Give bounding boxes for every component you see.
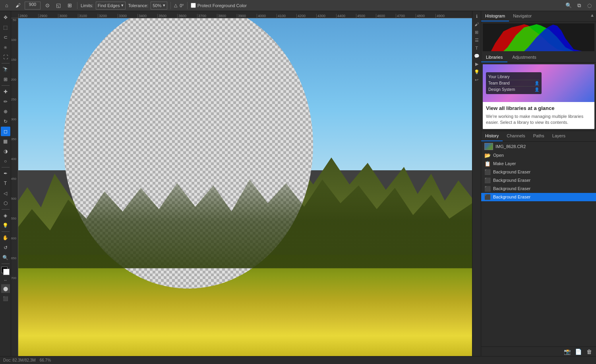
ruler-left: 50 100 150 200 250 300 350 400 450 500 5… <box>11 18 18 356</box>
tool-eraser[interactable]: ◻ <box>1 127 10 136</box>
history-item-eraser-4[interactable]: ⬛ Background Eraser <box>481 193 596 201</box>
tool-text[interactable]: T <box>1 179 10 188</box>
tool-move[interactable]: ✥ <box>1 13 10 22</box>
tool-zoom[interactable]: 🔍 <box>1 253 10 262</box>
eraser-icon-2: ⬛ <box>484 177 491 183</box>
tab-histogram[interactable]: Histogram <box>481 11 509 21</box>
tool-brush[interactable]: ✏ <box>1 97 10 106</box>
airbrush-icon[interactable]: ⊞ <box>65 1 74 10</box>
info-icon[interactable]: ℹ <box>473 13 480 20</box>
sep1 <box>77 2 77 9</box>
history-item-eraser-2[interactable]: ⬛ Background Eraser <box>481 176 596 185</box>
tool-3d[interactable]: ◈ <box>1 211 10 220</box>
ruler-mark: 3800 <box>217 14 237 18</box>
search-icon[interactable]: 🔍 <box>564 1 573 10</box>
tab-libraries[interactable]: Libraries <box>481 53 507 62</box>
screen-mode-btn[interactable]: ⬛ <box>1 294 10 303</box>
tool-quick-select[interactable]: ⍟ <box>1 42 10 52</box>
ruler-mark: 4800 <box>416 14 435 18</box>
tool-lasso[interactable]: ⊂ <box>1 33 10 42</box>
tool-crop[interactable]: ⛶ <box>1 52 10 62</box>
protect-fg-row: Protect Foreground Color <box>191 3 247 8</box>
tool-marquee[interactable]: ⬚ <box>1 23 10 32</box>
text-right-icon[interactable]: T <box>473 44 480 52</box>
tool-gradient[interactable]: ▦ <box>1 137 10 146</box>
libraries-promo: Your Library Team Brand 👤 Design System … <box>483 64 594 129</box>
histogram-chart <box>483 23 594 51</box>
tab-paths[interactable]: Paths <box>529 131 548 141</box>
tab-adjustments[interactable]: Adjustments <box>507 53 541 62</box>
lightbulb-icon[interactable]: 💡 <box>473 68 480 75</box>
tool-heal[interactable]: ✚ <box>1 87 10 96</box>
history-item-file[interactable]: IMG_8628.CR2 <box>481 142 596 151</box>
libraries-tabs-bar: Libraries Adjustments <box>481 53 596 63</box>
brush-tool-icon[interactable]: 🖌 <box>14 1 22 10</box>
tool-hand[interactable]: ✋ <box>1 233 10 243</box>
tool-ruler[interactable]: ⊞ <box>1 75 10 84</box>
history-item-open[interactable]: 📂 Open <box>481 151 596 160</box>
limits-dropdown[interactable]: Find Edges ▾ <box>96 2 126 10</box>
connect-icon[interactable]: ◌ <box>585 1 594 10</box>
sep-tools-2 <box>2 85 10 86</box>
new-snapshot-icon[interactable]: 📸 <box>563 347 571 356</box>
brush-settings-icon[interactable]: ⊙ <box>43 1 52 10</box>
tool-history-brush[interactable]: ↻ <box>1 117 10 126</box>
grid-icon[interactable]: ⊞ <box>473 29 480 36</box>
status-bar: Doc: 82.3M/82.3M 66.7% <box>0 356 596 364</box>
histogram-section <box>481 22 596 53</box>
tolerance-label: Tolerance: <box>128 3 148 8</box>
left-tools-panel: ✥ ⬚ ⊂ ⍟ ⛶ 🔭 ⊞ ✚ ✏ ⊕ ↻ ◻ ▦ ◑ ○ ✒ T ◁ ⬡ ◈ … <box>0 11 11 356</box>
make-layer-icon: 📋 <box>484 161 491 167</box>
tool-rotate[interactable]: ↺ <box>1 243 10 252</box>
tolerance-dropdown[interactable]: 50% ▾ <box>151 2 167 10</box>
promo-title: View all libraries at a glance <box>486 105 591 111</box>
open-icon: 📂 <box>484 152 491 158</box>
tool-clone[interactable]: ⊕ <box>1 107 10 116</box>
background-swatch[interactable] <box>3 269 10 275</box>
tab-channels[interactable]: Channels <box>503 131 529 141</box>
tool-dodge[interactable]: ○ <box>1 156 10 166</box>
promo-library-ui: Your Library Team Brand 👤 Design System … <box>486 72 542 94</box>
ruler-mark: 3500 <box>157 14 177 18</box>
layout-icon[interactable]: ☰ <box>473 37 480 44</box>
history-item-eraser-1[interactable]: ⬛ Background Eraser <box>481 168 596 176</box>
home-icon[interactable]: ⌂ <box>2 1 11 10</box>
status-doc-size: Doc: 82.3M/82.3M <box>3 358 36 362</box>
history-item-label-eraser-1: Background Eraser <box>493 169 530 174</box>
protect-fg-checkbox[interactable] <box>191 3 196 8</box>
tab-navigator[interactable]: Navigator <box>509 11 536 21</box>
tab-history[interactable]: History <box>481 131 503 141</box>
sep-tools-3 <box>2 167 10 168</box>
brush-settings-right-icon[interactable]: 🖌 <box>473 21 480 28</box>
history-item-label-eraser-4: Background Eraser <box>493 195 530 199</box>
tab-layers[interactable]: Layers <box>548 131 569 141</box>
sep-tools-1 <box>2 63 10 64</box>
quick-mask-btn[interactable]: ⬤ <box>1 284 10 293</box>
right-panel: Histogram Navigator ▲ Libraries Adjustme… <box>481 11 596 356</box>
delete-state-icon[interactable]: 🗑 <box>585 347 594 356</box>
brush-size-input[interactable]: 900 <box>25 2 41 10</box>
eraser-icon-3: ⬛ <box>484 186 491 192</box>
history-item-make-layer[interactable]: 📋 Make Layer <box>481 160 596 168</box>
arrange-icon[interactable]: ⧉ <box>575 1 583 10</box>
tool-eyedropper[interactable]: 🔭 <box>1 65 10 74</box>
tool-path-select[interactable]: ◁ <box>1 189 10 198</box>
history-right-icon[interactable]: ↩ <box>473 76 480 83</box>
sep-tools-5 <box>2 231 10 232</box>
libraries-promo-image: Your Library Team Brand 👤 Design System … <box>483 64 594 102</box>
history-item-eraser-3[interactable]: ⬛ Background Eraser <box>481 185 596 193</box>
new-document-from-state-icon[interactable]: 📄 <box>574 347 582 356</box>
history-bottom-bar: 📸 📄 🗑 <box>481 347 596 356</box>
tool-light[interactable]: 💡 <box>1 221 10 230</box>
comment-icon[interactable]: 💬 <box>473 52 480 60</box>
pressure-icon[interactable]: ◱ <box>54 1 63 10</box>
canvas-viewport[interactable] <box>18 18 472 356</box>
plugins-icon[interactable]: ▶ <box>473 60 480 67</box>
tolerance-value: 50% <box>153 3 161 8</box>
tool-blur[interactable]: ◑ <box>1 146 10 156</box>
tool-shape[interactable]: ⬡ <box>1 198 10 208</box>
promo-team-brand-label: Team Brand <box>488 81 510 85</box>
tool-pen[interactable]: ✒ <box>1 169 10 178</box>
ruler-mark: 3700 <box>197 14 217 18</box>
sep-tools-4 <box>2 209 10 210</box>
